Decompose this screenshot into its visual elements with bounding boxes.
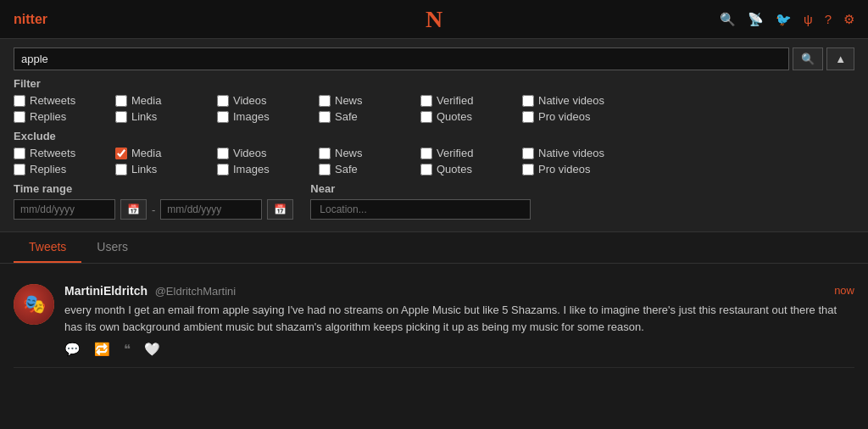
toggle-filter-button[interactable]: ▲	[826, 47, 854, 70]
time-to-calendar-button[interactable]: 📅	[267, 199, 293, 220]
exclude-verified: Verified	[420, 147, 505, 159]
filter-safe-label: Safe	[335, 110, 358, 123]
filter-images-checkbox[interactable]	[217, 111, 229, 123]
avatar-image: 🎭	[14, 284, 54, 325]
exclude-videos: Videos	[217, 147, 302, 159]
tweet-author: MartiniEldritch @EldritchMartini	[64, 284, 236, 298]
time-to-input[interactable]	[160, 199, 262, 220]
tweet-header: MartiniEldritch @EldritchMartini now	[64, 284, 854, 298]
filter-rows: Retweets Media Videos News Verified	[14, 94, 854, 123]
exclude-verified-checkbox[interactable]	[420, 148, 432, 159]
filter-links: Links	[115, 110, 200, 123]
filter-news-checkbox[interactable]	[319, 95, 331, 107]
filter-retweets: Retweets	[14, 94, 98, 107]
filter-label: Filter	[14, 77, 854, 90]
exclude-videos-label: Videos	[233, 147, 267, 159]
exclude-retweets: Retweets	[14, 147, 98, 159]
time-from-input[interactable]	[14, 199, 115, 220]
filter-media-label: Media	[131, 94, 161, 107]
time-dash: -	[152, 203, 155, 216]
quote-icon[interactable]: ❝	[124, 342, 131, 357]
help-icon[interactable]: ?	[825, 12, 832, 26]
exclude-safe: Safe	[319, 163, 403, 176]
exclude-safe-label: Safe	[335, 163, 358, 176]
filter-verified-checkbox[interactable]	[420, 95, 432, 107]
exclude-quotes-label: Quotes	[437, 163, 472, 176]
filter-safe: Safe	[319, 110, 403, 123]
exclude-pro-videos-checkbox[interactable]	[522, 164, 534, 176]
time-range-label: Time range	[14, 182, 293, 195]
rss-icon[interactable]: 📡	[748, 12, 764, 27]
exclude-replies-checkbox[interactable]	[14, 164, 25, 176]
filter-native-videos-checkbox[interactable]	[522, 95, 534, 107]
filter-media-checkbox[interactable]	[115, 95, 127, 107]
nav-icons: 🔍 📡 🐦 ψ ? ⚙	[720, 12, 854, 27]
filter-row-1: Retweets Media Videos News Verified	[14, 94, 854, 107]
tab-tweets[interactable]: Tweets	[14, 232, 81, 263]
search-row: 🔍 ▲	[14, 47, 854, 70]
exclude-safe-checkbox[interactable]	[319, 164, 331, 176]
search-icon[interactable]: 🔍	[720, 12, 736, 27]
tabs: Tweets Users	[0, 232, 868, 264]
filter-replies: Replies	[14, 110, 98, 123]
exclude-links-label: Links	[131, 163, 157, 176]
wp-icon[interactable]: ψ	[804, 12, 813, 26]
filter-videos: Videos	[217, 94, 302, 107]
exclude-quotes-checkbox[interactable]	[420, 164, 432, 176]
filter-videos-label: Videos	[233, 94, 267, 107]
filter-news: News	[319, 94, 403, 107]
tweet-username[interactable]: MartiniEldritch	[64, 284, 147, 298]
filter-quotes: Quotes	[420, 110, 505, 123]
filter-row-2: Replies Links Images Safe Quotes	[14, 110, 854, 123]
near-section: Near	[310, 182, 531, 220]
like-icon[interactable]: 🤍	[144, 342, 160, 357]
filter-links-checkbox[interactable]	[115, 111, 127, 123]
tweet-handle[interactable]: @EldritchMartini	[155, 285, 236, 298]
exclude-images-checkbox[interactable]	[217, 164, 229, 176]
filter-pro-videos-checkbox[interactable]	[522, 111, 534, 123]
filter-native-videos: Native videos	[522, 94, 607, 107]
exclude-videos-checkbox[interactable]	[217, 148, 229, 159]
retweet-icon[interactable]: 🔁	[94, 342, 110, 357]
exclude-news-label: News	[335, 147, 363, 159]
exclude-news-checkbox[interactable]	[319, 148, 331, 159]
tab-users[interactable]: Users	[81, 232, 143, 263]
exclude-links-checkbox[interactable]	[115, 164, 127, 176]
filter-retweets-checkbox[interactable]	[14, 95, 25, 107]
time-from-calendar-button[interactable]: 📅	[120, 199, 147, 220]
time-section: Time range 📅 - 📅	[14, 182, 293, 220]
reply-icon[interactable]: 💬	[64, 342, 81, 357]
exclude-pro-videos: Pro videos	[522, 163, 607, 176]
tweet-content: MartiniEldritch @EldritchMartini now eve…	[64, 284, 854, 357]
settings-icon[interactable]: ⚙	[843, 12, 854, 27]
site-logo: nitter	[14, 12, 47, 27]
exclude-native-videos-label: Native videos	[538, 147, 604, 159]
time-near-row: Time range 📅 - 📅 Near	[14, 182, 854, 220]
exclude-native-videos: Native videos	[522, 147, 607, 159]
search-button[interactable]: 🔍	[793, 47, 823, 70]
tweet-time: now	[834, 284, 854, 298]
exclude-links: Links	[115, 163, 200, 176]
header: nitter N 🔍 📡 🐦 ψ ? ⚙	[0, 0, 868, 39]
twitter-icon[interactable]: 🐦	[776, 12, 792, 27]
tweet-card: 🎭 MartiniEldritch @EldritchMartini now e…	[14, 274, 854, 368]
exclude-retweets-label: Retweets	[30, 147, 75, 159]
time-inputs: 📅 - 📅	[14, 199, 293, 220]
filter-replies-checkbox[interactable]	[14, 111, 25, 123]
filter-safe-checkbox[interactable]	[319, 111, 331, 123]
filter-images: Images	[217, 110, 302, 123]
tweet-text: every month I get an email from apple sa…	[64, 302, 854, 335]
exclude-replies: Replies	[14, 163, 98, 176]
exclude-pro-videos-label: Pro videos	[538, 163, 590, 176]
filter-videos-checkbox[interactable]	[217, 95, 229, 107]
near-input[interactable]	[310, 199, 531, 220]
filter-images-label: Images	[233, 110, 270, 123]
filter-section: Filter Retweets Media Videos News	[14, 77, 854, 123]
exclude-native-videos-checkbox[interactable]	[522, 148, 534, 159]
exclude-quotes: Quotes	[420, 163, 505, 176]
avatar: 🎭	[14, 284, 54, 325]
filter-quotes-checkbox[interactable]	[420, 111, 432, 123]
exclude-media-checkbox[interactable]	[115, 148, 127, 159]
exclude-retweets-checkbox[interactable]	[14, 148, 25, 159]
search-input[interactable]	[14, 47, 789, 70]
